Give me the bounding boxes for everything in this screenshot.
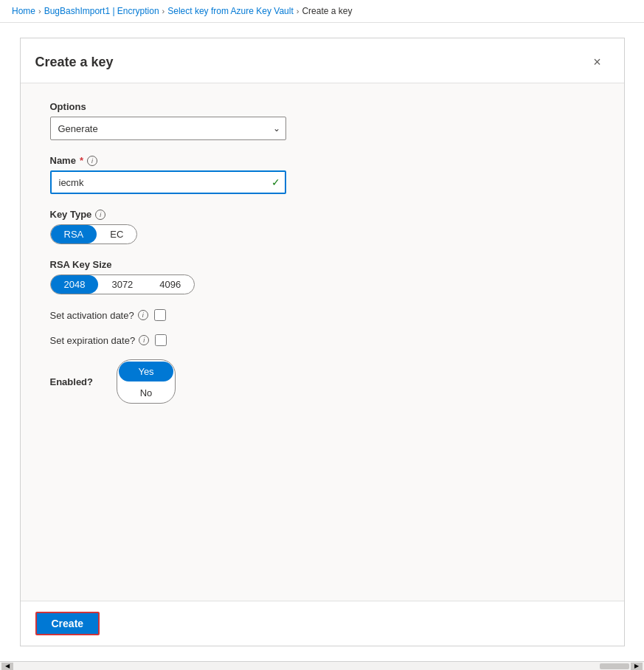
page-wrapper: Home › BugBashImport1 | Encryption › Sel…: [0, 0, 644, 670]
dialog-title: Create a key: [35, 55, 114, 70]
dialog-footer: Create: [21, 601, 624, 646]
expiration-date-checkbox[interactable]: [155, 334, 167, 346]
key-type-group: Key Type i RSA EC: [50, 209, 595, 244]
breadcrumb-encryption[interactable]: BugBashImport1 | Encryption: [44, 6, 159, 16]
breadcrumb-sep-2: ›: [162, 7, 165, 15]
rsa-key-size-group: RSA Key Size 2048 3072 4096: [50, 259, 595, 294]
close-button[interactable]: ×: [586, 50, 609, 74]
expiration-date-label: Set expiration date? i: [50, 335, 150, 346]
expiration-date-row: Set expiration date? i: [50, 334, 595, 346]
breadcrumb-current: Create a key: [302, 6, 352, 16]
key-type-ec-button[interactable]: EC: [97, 225, 136, 244]
key-type-rsa-button[interactable]: RSA: [51, 225, 97, 244]
key-size-2048-button[interactable]: 2048: [51, 275, 99, 294]
breadcrumb-home[interactable]: Home: [12, 6, 35, 16]
enabled-no-button[interactable]: No: [117, 383, 175, 403]
name-input-wrapper: ✓: [50, 170, 286, 194]
enabled-toggle-group: Yes No: [117, 359, 176, 404]
name-label: Name * i: [50, 155, 595, 166]
checkmark-icon: ✓: [271, 176, 280, 188]
rsa-key-size-toggle-group: 2048 3072 4096: [50, 274, 195, 294]
name-group: Name * i ✓: [50, 155, 595, 194]
scroll-track: [15, 663, 629, 669]
key-size-3072-button[interactable]: 3072: [98, 275, 146, 294]
required-indicator: *: [80, 155, 83, 166]
key-type-label: Key Type i: [50, 209, 595, 220]
enabled-yes-button[interactable]: Yes: [119, 362, 173, 381]
activation-date-label: Set activation date? i: [50, 310, 148, 321]
create-button[interactable]: Create: [35, 612, 100, 635]
name-input[interactable]: [50, 170, 286, 194]
key-size-4096-button[interactable]: 4096: [146, 275, 194, 294]
enabled-label: Enabled?: [50, 376, 94, 387]
key-type-info-icon: i: [95, 210, 105, 220]
options-select-wrapper: Generate ⌄: [50, 117, 286, 140]
expiration-info-icon: i: [139, 335, 149, 345]
dialog-body: Options Generate ⌄ Name * i ✓: [21, 83, 624, 601]
enabled-row: Enabled? Yes No: [50, 359, 595, 404]
scroll-right-arrow[interactable]: ▶: [631, 663, 643, 670]
scroll-thumb[interactable]: [600, 663, 629, 669]
key-type-toggle-group: RSA EC: [50, 224, 138, 244]
breadcrumb-sep-1: ›: [38, 7, 41, 15]
activation-date-checkbox[interactable]: [154, 309, 166, 321]
scroll-left-arrow[interactable]: ◀: [1, 663, 13, 670]
activation-date-row: Set activation date? i: [50, 309, 595, 321]
rsa-key-size-label: RSA Key Size: [50, 259, 595, 270]
breadcrumb-select-key[interactable]: Select key from Azure Key Vault: [167, 6, 294, 16]
breadcrumb: Home › BugBashImport1 | Encryption › Sel…: [0, 0, 644, 23]
dialog-header: Create a key ×: [21, 38, 624, 83]
name-info-icon: i: [87, 156, 97, 166]
create-key-dialog: Create a key × Options Generate ⌄ Nam: [20, 38, 625, 646]
horizontal-scrollbar: ◀ ▶: [0, 661, 644, 670]
activation-info-icon: i: [138, 310, 148, 320]
options-label: Options: [50, 101, 595, 112]
breadcrumb-sep-3: ›: [297, 7, 300, 15]
options-group: Options Generate ⌄: [50, 101, 595, 140]
options-select[interactable]: Generate: [50, 117, 286, 140]
